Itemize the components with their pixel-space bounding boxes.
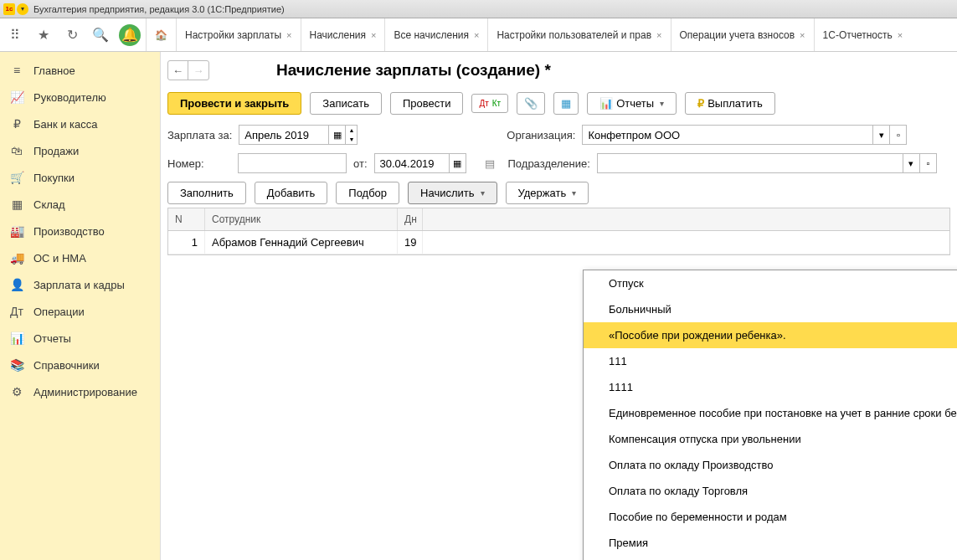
close-icon[interactable]: × — [474, 30, 479, 40]
history-icon[interactable]: ↻ — [62, 25, 82, 45]
sidebar-item[interactable]: ≡Главное — [0, 57, 160, 84]
accrue-button[interactable]: Начислить — [408, 182, 497, 204]
pick-button[interactable]: Подбор — [336, 182, 399, 204]
sidebar-icon: Дт — [10, 305, 23, 318]
sidebar-label: Администрирование — [33, 386, 137, 398]
org-input[interactable] — [582, 125, 873, 145]
conduct-close-button[interactable]: Провести и закрыть — [167, 92, 301, 115]
cell-days: 19 — [398, 231, 423, 254]
sidebar-icon: 🛒 — [10, 171, 23, 184]
division-open-icon[interactable]: ▫ — [920, 153, 937, 173]
sidebar-item[interactable]: 📈Руководителю — [0, 84, 160, 110]
forward-button[interactable]: → — [188, 61, 208, 80]
dtkr-button[interactable]: ДтКт — [471, 94, 508, 113]
period-spinner[interactable]: ▲▼ — [346, 125, 358, 145]
menu-item[interactable]: Премия — [584, 530, 957, 556]
menu-item[interactable]: Компенсация отпуска при увольнении — [584, 426, 957, 452]
sidebar-item[interactable]: 🚚ОС и НМА — [0, 244, 160, 271]
home-tab[interactable]: 🏠 — [146, 18, 176, 51]
sidebar-label: ОС и НМА — [33, 252, 86, 265]
apps-icon[interactable]: ⠿ — [5, 25, 25, 45]
date-input[interactable] — [374, 153, 450, 173]
star-icon[interactable]: ★ — [33, 25, 54, 45]
sidebar-icon: 📊 — [10, 331, 23, 345]
home-icon: 🏠 — [155, 29, 167, 41]
sidebar-item[interactable]: 📊Отчеты — [0, 325, 160, 352]
division-dropdown-icon[interactable]: ▾ — [903, 153, 920, 173]
tab[interactable]: Настройки пользователей и прав× — [487, 18, 670, 51]
menu-item[interactable]: «Пособие при рождении ребенка». — [584, 322, 957, 348]
sidebar-label: Операции — [33, 306, 85, 318]
tab[interactable]: Начисления× — [301, 18, 385, 51]
period-calendar-icon[interactable]: ▦ — [329, 125, 346, 145]
org-dropdown-icon[interactable]: ▾ — [873, 125, 890, 145]
tabs: 🏠 Настройки зарплаты×Начисления×Все начи… — [146, 18, 957, 51]
page-title: Начисление зарплаты (создание) * — [276, 61, 551, 80]
col-employee[interactable]: Сотрудник — [205, 208, 398, 230]
close-icon[interactable]: × — [656, 30, 661, 40]
sidebar-item[interactable]: ⚙Администрирование — [0, 378, 160, 405]
sidebar-icon: 🚚 — [10, 251, 23, 265]
bell-icon[interactable]: 🔔 — [119, 24, 141, 46]
menu-item[interactable]: 111 — [584, 348, 957, 374]
attach-button[interactable]: 📎 — [517, 92, 545, 115]
sidebar-item[interactable]: 🛒Покупки — [0, 164, 160, 191]
pay-button[interactable]: ₽Выплатить — [685, 92, 775, 115]
back-button[interactable]: ← — [168, 61, 188, 80]
reports-button[interactable]: 📊Отчеты — [587, 92, 677, 115]
menu-item[interactable]: Оплата по окладу Производство — [584, 452, 957, 478]
sidebar-item[interactable]: 👤Зарплата и кадры — [0, 271, 160, 298]
col-n[interactable]: N — [168, 208, 205, 230]
sidebar-label: Продажи — [33, 145, 79, 157]
sidebar-item[interactable]: ₽Банк и касса — [0, 110, 160, 137]
menu-item[interactable]: Пособие по беременности и родам — [584, 504, 957, 530]
sidebar-label: Склад — [33, 198, 65, 211]
sidebar-item[interactable]: ▦Склад — [0, 191, 160, 218]
employee-table: N Сотрудник Дн 1Абрамов Геннадий Сергеев… — [167, 208, 950, 255]
menu-item[interactable]: Новое начисление — [584, 556, 957, 560]
write-button[interactable]: Записать — [310, 92, 382, 115]
fill-button[interactable]: Заполнить — [167, 182, 246, 204]
menu-item[interactable]: 1111 — [584, 374, 957, 400]
sidebar-icon: ▦ — [10, 198, 23, 211]
menu-item[interactable]: Единовременное пособие при постановке на… — [584, 400, 957, 426]
app-menu-icon[interactable]: ▾ — [17, 3, 28, 15]
tab-label: 1С-Отчетность — [823, 29, 893, 41]
tab-label: Все начисления — [394, 29, 469, 41]
sidebar-label: Банк и касса — [33, 118, 98, 131]
main: ≡Главное📈Руководителю₽Банк и касса🛍Прода… — [0, 52, 957, 560]
close-icon[interactable]: × — [286, 30, 291, 40]
menu-item[interactable]: Больничный — [584, 296, 957, 322]
table-row[interactable]: 1Абрамов Геннадий Сергеевич19 — [168, 231, 949, 254]
sidebar-label: Зарплата и кадры — [33, 279, 125, 291]
accrue-dropdown: ОтпускБольничный«Пособие при рождении ре… — [583, 270, 957, 560]
structure-button[interactable]: ▦ — [553, 92, 579, 115]
add-button[interactable]: Добавить — [255, 182, 327, 204]
sidebar-item[interactable]: 🏭Производство — [0, 218, 160, 244]
org-open-icon[interactable]: ▫ — [890, 125, 907, 145]
sidebar-item[interactable]: ДтОперации — [0, 298, 160, 325]
close-icon[interactable]: × — [371, 30, 376, 40]
search-icon[interactable]: 🔍 — [90, 25, 111, 45]
tab[interactable]: Операции учета взносов× — [671, 18, 814, 51]
sidebar-label: Справочники — [33, 359, 100, 372]
conduct-button[interactable]: Провести — [390, 92, 464, 115]
top-bar: ⠿ ★ ↻ 🔍 🔔 🏠 Настройки зарплаты×Начислени… — [0, 18, 957, 52]
withhold-button[interactable]: Удержать — [506, 182, 589, 204]
menu-item[interactable]: Отпуск — [584, 270, 957, 296]
period-input[interactable] — [239, 125, 329, 145]
col-days[interactable]: Дн — [398, 208, 423, 230]
division-input[interactable] — [597, 153, 903, 173]
sidebar-icon: ≡ — [10, 64, 23, 77]
number-input[interactable] — [238, 153, 347, 173]
comment-icon[interactable]: ▤ — [485, 157, 495, 170]
menu-item[interactable]: Оплата по окладу Торговля — [584, 478, 957, 504]
sidebar-item[interactable]: 🛍Продажи — [0, 137, 160, 164]
tab[interactable]: Настройки зарплаты× — [176, 18, 301, 51]
tab[interactable]: 1С-Отчетность× — [814, 18, 912, 51]
sidebar-item[interactable]: 📚Справочники — [0, 352, 160, 378]
date-calendar-icon[interactable]: ▦ — [450, 153, 466, 173]
close-icon[interactable]: × — [800, 30, 805, 40]
close-icon[interactable]: × — [898, 30, 903, 40]
tab[interactable]: Все начисления× — [384, 18, 487, 51]
